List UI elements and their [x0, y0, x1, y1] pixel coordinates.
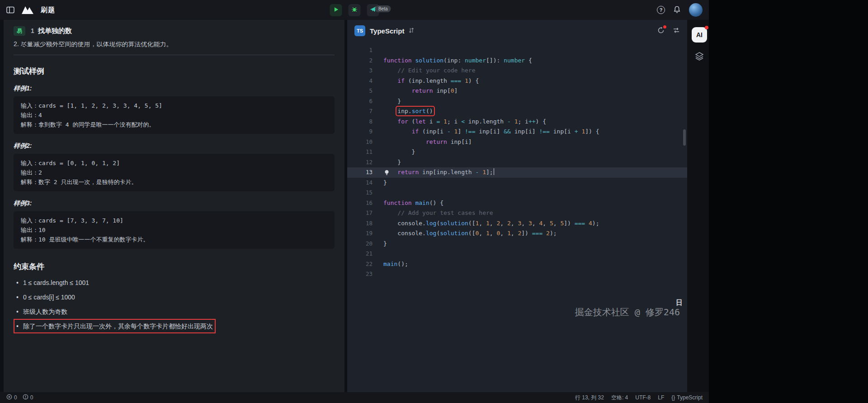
code-line-8[interactable]: 8 for (let i = 1; i < inp.length - 1; i+…: [347, 117, 687, 127]
eol-setting[interactable]: LF: [658, 394, 664, 401]
line-code: function main() {: [373, 198, 443, 209]
line-number: 16: [347, 198, 373, 209]
app-title: 刷题: [41, 6, 55, 14]
code-line-13[interactable]: 13 return inp[inp.length - 1];: [347, 167, 687, 178]
line-number: 3: [347, 66, 373, 76]
constraint-item: •1 ≤ cards.length ≤ 1001: [16, 278, 89, 287]
layers-icon: [695, 52, 704, 62]
code-line-11[interactable]: 11 }: [347, 147, 687, 157]
status-bar: 0 0 行 13, 列 32 空格: 4 UTF-8 LF {} TypeScr…: [0, 392, 709, 403]
code-line-23[interactable]: 23: [347, 269, 687, 280]
code-line-21[interactable]: 21: [347, 249, 687, 259]
bullet-dot: •: [16, 278, 19, 287]
line-number: 8: [347, 117, 373, 127]
line-code: [373, 188, 383, 198]
indentation-setting[interactable]: 空格: 4: [611, 394, 628, 402]
warnings-indicator[interactable]: 0: [23, 394, 33, 401]
main-area: 易 1 找单独的数 2. 尽量减少额外空间的使用，以体现你的算法优化能力。 测试…: [0, 20, 709, 392]
example-label: 样例2:: [14, 142, 335, 150]
code-line-2[interactable]: 2function solution(inp: number[]): numbe…: [347, 56, 687, 66]
diff-view-button[interactable]: [673, 27, 680, 35]
editor-panel: TS TypeScript 12function solution(inp:: [347, 20, 687, 392]
difficulty-badge: 易: [14, 26, 25, 36]
errors-indicator[interactable]: 0: [6, 394, 17, 401]
problem-header: 易 1 找单独的数: [4, 20, 344, 42]
line-code: if (inp[i - 1] !== inp[i] && inp[i] !== …: [373, 127, 599, 137]
problem-number: 1: [31, 27, 34, 34]
app-logo-icon[interactable]: [21, 5, 34, 14]
layers-button[interactable]: [695, 52, 704, 62]
code-line-1[interactable]: 1: [347, 45, 687, 56]
reset-code-button[interactable]: [657, 27, 665, 35]
code-line-9[interactable]: 9 if (inp[i - 1] !== inp[i] && inp[i] !=…: [347, 127, 687, 137]
line-code: main();: [373, 259, 408, 270]
line-code: inp.sort(): [373, 106, 433, 117]
line-code: return inp[inp.length - 1];: [373, 167, 494, 178]
code-line-3[interactable]: 3 // Edit your code here: [347, 66, 687, 76]
code-line-19[interactable]: 19 console.log(solution([0, 1, 0, 1, 2])…: [347, 228, 687, 239]
braces-icon: {}: [671, 394, 675, 401]
bell-icon: [673, 5, 681, 15]
line-code: function solution(inp: number[]): number…: [373, 56, 532, 66]
content-divider: [14, 55, 335, 55]
cursor-position[interactable]: 行 13, 列 32: [575, 394, 604, 402]
line-number: 1: [347, 45, 373, 56]
notifications-button[interactable]: [673, 5, 681, 15]
line-number: 5: [347, 86, 373, 96]
constraint-text: 班级人数为奇数: [23, 307, 67, 316]
app-window: 刷题 Beta ?: [0, 0, 709, 403]
language-mode-label: TypeScript: [677, 394, 703, 401]
run-controls: Beta: [330, 0, 379, 20]
language-mode[interactable]: {} TypeScript: [671, 394, 703, 401]
code-line-10[interactable]: 10 return inp[i]: [347, 137, 687, 147]
code-line-5[interactable]: 5 return inp[0]: [347, 86, 687, 96]
topbar-right: ?: [657, 3, 703, 17]
code-line-16[interactable]: 16function main() {: [347, 198, 687, 209]
encoding-setting[interactable]: UTF-8: [635, 394, 651, 401]
example-line: 解释：数字 2 只出现一次，是独特的卡片。: [21, 177, 327, 187]
line-code: console.log(solution([1, 1, 2, 2, 3, 3, …: [373, 218, 599, 229]
debug-button[interactable]: [349, 4, 361, 16]
code-line-14[interactable]: 14}: [347, 178, 687, 188]
problem-content[interactable]: 2. 尽量减少额外空间的使用，以体现你的算法优化能力。 测试样例 样例1:输入：…: [4, 42, 344, 392]
quickfix-lightbulb-icon[interactable]: [384, 169, 390, 175]
code-line-15[interactable]: 15: [347, 188, 687, 198]
line-number: 11: [347, 147, 373, 157]
user-avatar[interactable]: [689, 3, 703, 17]
help-button[interactable]: ?: [657, 6, 665, 14]
example-code-block: 输入：cards = [0, 1, 0, 1, 2]输出：2解释：数字 2 只出…: [14, 154, 335, 191]
line-code: console.log(solution([0, 1, 0, 1, 2]) ==…: [373, 228, 557, 239]
language-switch-button[interactable]: [409, 27, 414, 35]
code-line-22[interactable]: 22main();: [347, 259, 687, 270]
line-code: if (inp.length === 1) {: [373, 76, 479, 86]
code-line-6[interactable]: 6 }: [347, 96, 687, 107]
constraints-list: •1 ≤ cards.length ≤ 1001•0 ≤ cards[i] ≤ …: [14, 278, 335, 331]
run-button[interactable]: [330, 4, 342, 16]
line-code: }: [373, 96, 401, 107]
line-number: 23: [347, 269, 373, 280]
code-line-20[interactable]: 20}: [347, 239, 687, 249]
line-number: 22: [347, 259, 373, 270]
line-code: [373, 269, 383, 280]
code-editor[interactable]: 12function solution(inp: number[]): numb…: [347, 42, 687, 392]
code-line-18[interactable]: 18 console.log(solution([1, 1, 2, 2, 3, …: [347, 218, 687, 229]
code-line-12[interactable]: 12 }: [347, 157, 687, 168]
code-line-17[interactable]: 17 // Add your test cases here: [347, 208, 687, 218]
line-code: [373, 45, 383, 56]
code-line-4[interactable]: 4 if (inp.length === 1) {: [347, 76, 687, 86]
line-number: 15: [347, 188, 373, 198]
editor-scrollbar[interactable]: [683, 129, 686, 146]
sidebar-toggle-icon[interactable]: [6, 6, 14, 14]
example-line: 解释：拿到数字 4 的同学是唯一一个没有配对的。: [21, 120, 327, 129]
warnings-icon: [23, 394, 28, 401]
line-code: }: [373, 147, 415, 157]
submit-button[interactable]: Beta: [367, 4, 379, 16]
ai-assistant-button[interactable]: AI: [692, 27, 707, 43]
line-code: [373, 249, 383, 259]
language-label: TypeScript: [370, 27, 404, 35]
line-number: 4: [347, 76, 373, 86]
topbar: 刷题 Beta ?: [0, 0, 709, 20]
code-line-7[interactable]: 7 inp.sort(): [347, 106, 687, 117]
ai-button-label: AI: [696, 31, 703, 38]
topbar-left: 刷题: [6, 5, 55, 14]
